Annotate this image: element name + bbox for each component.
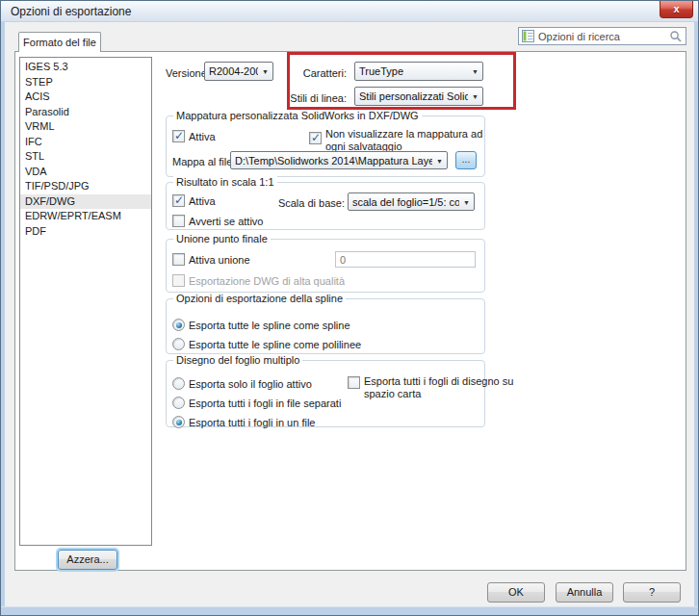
list-item[interactable]: TIF/PSD/JPG xyxy=(20,179,151,194)
sheets-one-file-radio[interactable] xyxy=(172,416,185,428)
spline-as-spline-label: Esporta tutte le spline come spline xyxy=(189,320,350,332)
sheets-group-title: Disegno del foglio multiplo xyxy=(173,354,302,366)
chevron-down-icon: ▼ xyxy=(432,157,447,165)
active-sheet-only-radio[interactable] xyxy=(172,377,185,390)
warn-if-active-label: Avverti se attivo xyxy=(189,216,263,228)
list-item[interactable]: VDA xyxy=(20,165,151,180)
spline-as-spline-radio[interactable] xyxy=(172,319,185,331)
window-frame-right xyxy=(694,22,698,615)
high-quality-dwg-label: Esportazione DWG di alta qualità xyxy=(189,275,345,288)
list-item[interactable]: EDRW/EPRT/EASM xyxy=(20,209,151,224)
chevron-down-icon: ▼ xyxy=(258,67,272,75)
paper-space-label: Esporta tutti i fogli di disegno su spaz… xyxy=(364,375,526,400)
base-scale-value: scala del foglio=1/5: conte xyxy=(349,196,459,208)
sheets-one-file-label: Esporta tutti i fogli in un file xyxy=(189,417,315,429)
list-item[interactable]: PDF xyxy=(20,224,151,240)
merge-enable-checkbox[interactable] xyxy=(172,253,185,266)
merge-enable-label: Attiva unione xyxy=(189,254,250,267)
mapping-group-title: Mappatura personalizzata SolidWorks in D… xyxy=(173,110,422,121)
spline-as-polyline-radio[interactable] xyxy=(172,338,185,350)
high-quality-dwg-checkbox[interactable] xyxy=(172,274,185,287)
chevron-down-icon: ▼ xyxy=(459,198,474,206)
mapping-enable-label: Attiva xyxy=(189,131,216,143)
list-item[interactable]: IGES 5.3 xyxy=(20,60,151,75)
map-file-label: Mappa al file: xyxy=(172,156,235,168)
ok-button[interactable]: OK xyxy=(487,582,545,603)
version-label: Versione: xyxy=(166,67,210,79)
paper-space-checkbox[interactable] xyxy=(348,376,360,389)
map-file-dropdown[interactable]: D:\Temp\Solidworks 2014\Mappatura Layer … xyxy=(230,151,448,169)
spline-as-polyline-label: Esporta tutte le spline come polilinee xyxy=(189,339,361,351)
close-button[interactable]: x xyxy=(660,1,693,18)
line-styles-label: Stili di linea: xyxy=(261,92,347,104)
list-item[interactable]: Parasolid xyxy=(20,105,151,120)
version-dropdown[interactable]: R2004-2006 ▼ xyxy=(204,62,273,81)
base-scale-label: Scala di base: xyxy=(277,197,345,210)
merge-distance-input[interactable] xyxy=(335,251,476,268)
magnifier-icon[interactable] xyxy=(669,30,683,43)
mapping-group: Mappatura personalizzata SolidWorks in D… xyxy=(166,116,485,177)
window-frame-bottom xyxy=(1,606,698,615)
list-item[interactable]: STEP xyxy=(20,75,151,90)
window-frame-left xyxy=(1,22,5,615)
chevron-down-icon: ▼ xyxy=(468,92,482,100)
chevron-down-icon: ▼ xyxy=(468,67,482,75)
title-bar[interactable]: Opzioni di esportazione xyxy=(1,1,698,22)
help-button[interactable]: ? xyxy=(623,582,681,603)
active-sheet-only-label: Esporta solo il foglio attivo xyxy=(189,378,312,391)
map-file-value: D:\Temp\Solidworks 2014\Mappatura Layer xyxy=(231,155,432,167)
scale-group-title: Risultato in scala 1:1 xyxy=(173,176,277,188)
spline-group: Opzioni di esportazione della spline Esp… xyxy=(166,298,485,354)
endpoint-group: Unione punto finale Attiva unione Esport… xyxy=(166,239,485,293)
reset-button[interactable]: Azzera... xyxy=(58,550,117,570)
sheets-separate-files-label: Esporta tutti i fogli in file separati xyxy=(189,398,341,410)
list-item[interactable]: ACIS xyxy=(20,90,151,105)
mapping-enable-checkbox[interactable] xyxy=(172,130,185,142)
search-options-icon xyxy=(522,30,534,42)
sheets-separate-files-radio[interactable] xyxy=(172,397,185,409)
window-title: Opzioni di esportazione xyxy=(11,5,131,18)
fonts-label: Caratteri: xyxy=(275,67,347,79)
export-options-dialog: Opzioni di esportazione x Formato del fi… xyxy=(0,0,699,616)
spline-group-title: Opzioni di esportazione della spline xyxy=(173,293,346,304)
line-styles-value: Stili personalizzati SolidWo xyxy=(355,90,468,102)
tab-panel: IGES 5.3STEPACISParasolidVRMLIFCSTLVDATI… xyxy=(14,51,686,571)
fonts-dropdown[interactable]: TrueType ▼ xyxy=(354,62,483,81)
scale-enable-label: Attiva xyxy=(189,195,216,208)
search-options-box[interactable] xyxy=(518,27,686,45)
tab-file-format[interactable]: Formato del file xyxy=(18,32,101,52)
scale-enable-checkbox[interactable] xyxy=(172,194,185,207)
browse-button[interactable]: ... xyxy=(455,151,477,169)
dont-show-mapping-checkbox[interactable] xyxy=(309,132,322,144)
version-value: R2004-2006 xyxy=(205,65,258,77)
base-scale-dropdown[interactable]: scala del foglio=1/5: conte ▼ xyxy=(348,192,475,211)
list-item[interactable]: IFC xyxy=(20,135,151,150)
sheets-group: Disegno del foglio multiplo Esporta solo… xyxy=(166,360,485,427)
dont-show-mapping-label: Non visualizzare la mappatura ad ogni sa… xyxy=(325,128,489,153)
format-list: IGES 5.3STEPACISParasolidVRMLIFCSTLVDATI… xyxy=(19,57,152,546)
scale-group: Risultato in scala 1:1 Attiva Scala di b… xyxy=(166,182,485,230)
fonts-value: TrueType xyxy=(355,65,468,77)
endpoint-group-title: Unione punto finale xyxy=(173,233,271,244)
list-item[interactable]: DXF/DWG xyxy=(20,194,151,210)
line-styles-dropdown[interactable]: Stili personalizzati SolidWo ▼ xyxy=(354,87,483,106)
list-item[interactable]: STL xyxy=(20,149,151,165)
list-item[interactable]: VRML xyxy=(20,119,151,135)
warn-if-active-checkbox[interactable] xyxy=(172,215,185,227)
search-input[interactable] xyxy=(538,29,669,43)
cancel-button[interactable]: Annulla xyxy=(556,582,613,603)
